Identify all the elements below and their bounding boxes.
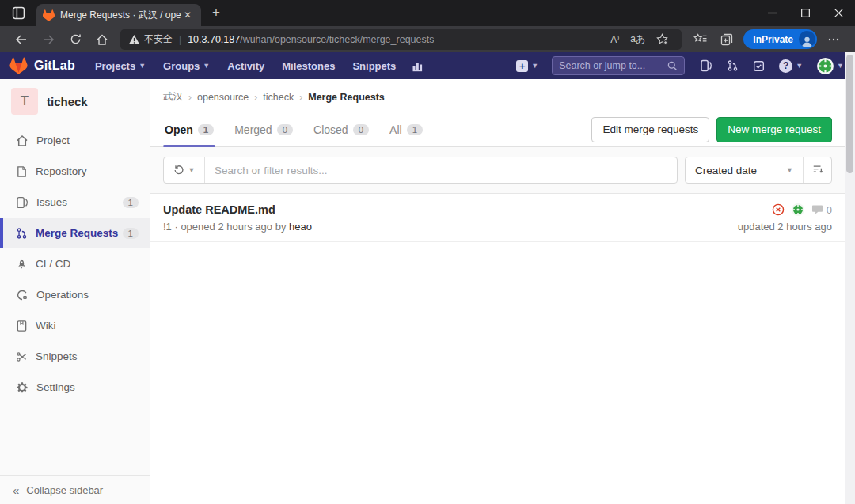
close-tab-icon[interactable]: ✕ bbox=[180, 8, 195, 22]
sort-group: Created date▼ bbox=[685, 157, 832, 184]
plus-icon: + bbox=[516, 60, 528, 72]
todos-icon[interactable] bbox=[753, 60, 765, 72]
refresh-icon[interactable] bbox=[63, 29, 87, 50]
nav-milestones[interactable]: Milestones bbox=[282, 60, 335, 72]
user-avatar-identicon bbox=[817, 58, 834, 74]
new-tab-button[interactable]: + bbox=[206, 3, 226, 24]
breadcrumb: 武汉 › opensource › ticheck › Merge Reques… bbox=[150, 79, 845, 112]
sidebar-item-settings[interactable]: Settings bbox=[0, 372, 150, 403]
profile-avatar bbox=[799, 31, 815, 47]
mr-author-link[interactable]: heao bbox=[289, 221, 312, 233]
assignee-avatar-identicon[interactable] bbox=[792, 203, 804, 216]
charts-icon[interactable] bbox=[412, 59, 424, 72]
translate-icon[interactable]: aあ bbox=[625, 32, 651, 46]
tab-count: 1 bbox=[407, 124, 423, 135]
count-badge: 1 bbox=[123, 197, 139, 208]
close-window-button[interactable] bbox=[822, 0, 855, 26]
inprivate-badge[interactable]: InPrivate bbox=[743, 29, 817, 49]
sort-direction-button[interactable] bbox=[803, 157, 831, 183]
forward-icon[interactable] bbox=[36, 29, 60, 50]
sort-by-dropdown[interactable]: Created date▼ bbox=[686, 157, 803, 183]
merge-request-row[interactable]: Update README.md !1 · opened 2 hours ago… bbox=[150, 194, 845, 242]
sidebar-item-snippets[interactable]: Snippets bbox=[0, 341, 150, 372]
operations-icon bbox=[16, 289, 28, 301]
help-menu[interactable]: ?▼ bbox=[779, 59, 803, 73]
global-search-input[interactable] bbox=[559, 60, 667, 71]
new-merge-request-button[interactable]: New merge request bbox=[716, 117, 832, 142]
gitlab-logo[interactable]: GitLab bbox=[10, 57, 75, 74]
global-search[interactable] bbox=[552, 56, 685, 75]
maximize-button[interactable] bbox=[788, 0, 822, 26]
mr-state-tabs: Open1 Merged0 Closed0 All1 Edit merge re… bbox=[150, 112, 845, 147]
nav-snippets[interactable]: Snippets bbox=[352, 60, 396, 72]
recent-searches-dropdown[interactable]: ▼ bbox=[164, 157, 205, 183]
chevron-down-icon: ▼ bbox=[139, 62, 146, 70]
tab-all[interactable]: All1 bbox=[388, 112, 424, 146]
help-icon: ? bbox=[779, 59, 792, 73]
pipeline-failed-icon[interactable] bbox=[772, 203, 785, 216]
page-scrollbar[interactable] bbox=[845, 52, 855, 504]
breadcrumb-group[interactable]: 武汉 bbox=[163, 90, 183, 104]
tab-open[interactable]: Open1 bbox=[163, 112, 215, 146]
tab-title: Merge Requests · 武汉 / opensou bbox=[60, 9, 180, 22]
sidebar-item-wiki[interactable]: Wiki bbox=[0, 310, 150, 341]
browser-titlebar: Merge Requests · 武汉 / opensou ✕ + bbox=[0, 0, 855, 26]
tab-closed[interactable]: Closed0 bbox=[312, 112, 370, 146]
sidebar-item-project[interactable]: Project bbox=[0, 125, 150, 156]
filter-search-input[interactable] bbox=[205, 165, 677, 176]
sort-descending-icon bbox=[812, 165, 823, 176]
mr-meta: !1 · opened 2 hours ago by heao bbox=[163, 221, 738, 233]
user-menu[interactable]: ▼ bbox=[817, 58, 844, 74]
rocket-icon bbox=[16, 258, 28, 271]
sidebar-item-cicd[interactable]: CI / CD bbox=[0, 248, 150, 279]
tab-count: 1 bbox=[198, 124, 214, 135]
nav-projects[interactable]: Projects▼ bbox=[95, 60, 146, 72]
collapse-icon: « bbox=[13, 483, 19, 497]
sidebar-item-merge-requests[interactable]: Merge Requests1 bbox=[0, 218, 150, 248]
project-name: ticheck bbox=[47, 95, 88, 108]
breadcrumb-subgroup[interactable]: opensource bbox=[197, 92, 249, 103]
nav-groups[interactable]: Groups▼ bbox=[163, 60, 210, 72]
collapse-sidebar-button[interactable]: « Collapse sidebar bbox=[0, 475, 150, 504]
back-icon[interactable] bbox=[10, 29, 33, 50]
tab-actions-menu-icon[interactable] bbox=[6, 4, 30, 23]
favorites-bar-icon[interactable] bbox=[688, 29, 712, 50]
breadcrumb-project[interactable]: ticheck bbox=[263, 92, 294, 103]
browser-window: Merge Requests · 武汉 / opensou ✕ + 不安全 | … bbox=[0, 0, 855, 504]
merge-request-icon bbox=[16, 227, 28, 240]
page-viewport: GitLab Projects▼ Groups▼ Activity Milest… bbox=[0, 52, 855, 504]
scrollbar-thumb[interactable] bbox=[846, 55, 853, 173]
issues-nav-icon[interactable] bbox=[700, 59, 712, 72]
file-icon bbox=[16, 165, 28, 178]
gitlab-brand-text: GitLab bbox=[34, 59, 75, 73]
chevron-down-icon: ▼ bbox=[203, 62, 210, 70]
sidebar-item-repository[interactable]: Repository bbox=[0, 156, 150, 187]
address-bar[interactable]: 不安全 | 10.3.70.187 /wuhan/opensource/tich… bbox=[120, 29, 682, 50]
mr-title-link[interactable]: Update README.md bbox=[163, 203, 738, 216]
chevron-down-icon: ▼ bbox=[188, 166, 196, 174]
browser-tab[interactable]: Merge Requests · 武汉 / opensou ✕ bbox=[36, 4, 201, 26]
new-menu-button[interactable]: +▼ bbox=[516, 60, 538, 72]
scissors-icon bbox=[16, 351, 28, 363]
tab-merged[interactable]: Merged0 bbox=[233, 112, 294, 146]
collections-icon[interactable] bbox=[715, 29, 739, 50]
edit-merge-requests-button[interactable]: Edit merge requests bbox=[591, 117, 709, 142]
minimize-button[interactable] bbox=[755, 0, 788, 26]
nav-activity[interactable]: Activity bbox=[227, 60, 264, 72]
merge-requests-nav-icon[interactable] bbox=[727, 59, 739, 72]
gitlab-favicon bbox=[43, 9, 55, 21]
mr-comments[interactable]: 0 bbox=[811, 204, 832, 216]
add-favorite-icon[interactable] bbox=[651, 33, 674, 45]
home-icon[interactable] bbox=[90, 29, 114, 50]
browser-menu-icon[interactable] bbox=[822, 29, 846, 50]
merge-requests-page: 武汉 › opensource › ticheck › Merge Reques… bbox=[150, 79, 845, 504]
gear-icon bbox=[16, 381, 28, 394]
history-icon bbox=[173, 165, 184, 176]
security-label[interactable]: 不安全 bbox=[144, 32, 173, 46]
sidebar-item-operations[interactable]: Operations bbox=[0, 279, 150, 310]
comment-icon bbox=[811, 204, 823, 215]
sidebar-item-issues[interactable]: Issues1 bbox=[0, 187, 150, 218]
inprivate-label: InPrivate bbox=[753, 34, 793, 45]
project-header[interactable]: T ticheck bbox=[0, 79, 150, 125]
read-aloud-icon[interactable]: A⁾ bbox=[605, 34, 625, 45]
